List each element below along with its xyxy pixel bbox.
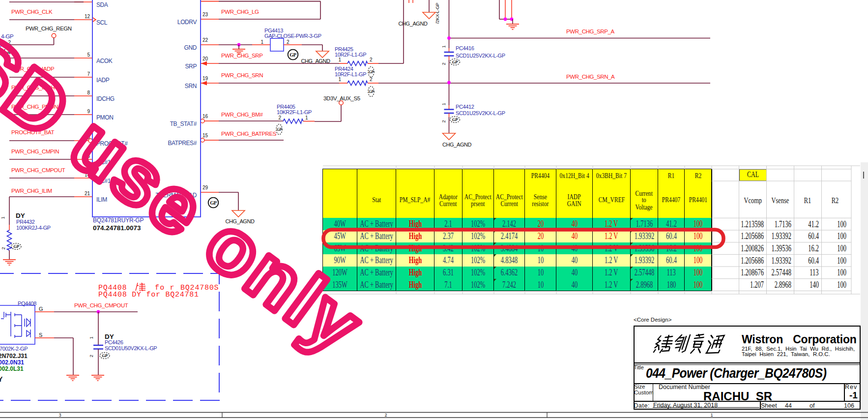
svg-text:3D3V_AUX_S5: 3D3V_AUX_S5 — [323, 95, 360, 101]
svg-text:PC4416: PC4416 — [456, 45, 474, 51]
svg-text:2: 2 — [88, 355, 94, 357]
svg-text:5: 5 — [87, 52, 90, 58]
svg-text:2: 2 — [0, 247, 6, 249]
svg-text:100KR2J-4-GP: 100KR2J-4-GP — [16, 225, 51, 231]
svg-text:2: 2 — [385, 413, 387, 418]
svg-text:16: 16 — [203, 114, 208, 119]
svg-text:GAP-CLOSE-PWR-3-GP: GAP-CLOSE-PWR-3-GP — [264, 33, 321, 39]
svg-text:PWR_CHG_LG: PWR_CHG_LG — [221, 9, 259, 15]
svg-text:GND: GND — [184, 44, 197, 51]
svg-text:22: 22 — [203, 37, 208, 43]
svg-text:PQ4408: PQ4408 — [18, 300, 36, 306]
svg-text:2: 2 — [370, 77, 373, 82]
svg-text:002.0L31: 002.0L31 — [0, 365, 24, 372]
svg-text:2: 2 — [441, 120, 446, 122]
svg-text:SRN: SRN — [185, 83, 197, 90]
svg-text:19: 19 — [203, 76, 208, 81]
svg-text:GP: GP — [452, 60, 458, 64]
svg-text:PWR_CHG_CLK: PWR_CHG_CLK — [11, 9, 53, 15]
svg-text:2: 2 — [370, 57, 373, 62]
svg-text:20: 20 — [203, 56, 208, 61]
svg-text:1: 1 — [88, 336, 94, 339]
svg-text:S: S — [39, 332, 42, 338]
svg-text:PWR_CHG_ILIM: PWR_CHG_ILIM — [11, 188, 52, 194]
svg-text:23: 23 — [203, 12, 208, 17]
svg-text:Y: Y — [0, 375, 3, 383]
svg-text:CHG_AGND: CHG_AGND — [398, 21, 428, 27]
svg-text:1: 1 — [0, 216, 5, 219]
svg-text:1: 1 — [338, 57, 341, 62]
svg-text:12: 12 — [85, 14, 90, 19]
svg-text:1: 1 — [260, 39, 263, 45]
svg-text:SCD1U25V2KX-L-GP: SCD1U25V2KX-L-GP — [456, 53, 505, 59]
svg-text:PWR_CHG_REGN: PWR_CHG_REGN — [26, 26, 72, 31]
svg-text:IADP: IADP — [96, 77, 110, 84]
svg-text:SCL: SCL — [96, 19, 108, 26]
svg-text:PQ4408 DY for BQ24781: PQ4408 DY for BQ24781 — [98, 291, 199, 299]
svg-text:PWR_CHG_BATPRES: PWR_CHG_BATPRES — [221, 131, 277, 137]
svg-text:LODRV: LODRV — [177, 19, 197, 26]
svg-text:1: 1 — [305, 115, 308, 120]
svg-text:GP: GP — [452, 117, 458, 122]
svg-text:PWR_CHG_CMPOUT: PWR_CHG_CMPOUT — [74, 302, 128, 308]
svg-text:PWR_CHG_SRN_A: PWR_CHG_SRN_A — [566, 74, 615, 80]
svg-text:PR4432: PR4432 — [16, 219, 35, 225]
svg-text:GP: GP — [289, 52, 297, 58]
svg-text:2: 2 — [278, 115, 281, 120]
svg-text:1: 1 — [338, 77, 341, 82]
svg-text:BATPRES#: BATPRES# — [168, 140, 197, 147]
svg-text:PC4412: PC4412 — [456, 104, 474, 110]
svg-text:SCD1U25V2KX-L-GP: SCD1U25V2KX-L-GP — [456, 110, 505, 116]
svg-text:7: 7 — [87, 71, 90, 77]
svg-text:GP: GP — [369, 90, 374, 94]
svg-text:PWR_CHG_SRN: PWR_CHG_SRN — [221, 72, 263, 78]
svg-text:/2KX-L-GP: /2KX-L-GP — [434, 3, 440, 24]
svg-text:PWR_CHG_BM#: PWR_CHG_BM# — [221, 112, 263, 118]
svg-text:DY: DY — [16, 212, 25, 219]
svg-text:1: 1 — [711, 413, 713, 418]
svg-text:10KR2F-L1-GP: 10KR2F-L1-GP — [277, 109, 312, 115]
svg-text:1: 1 — [441, 103, 446, 105]
svg-text:G: G — [39, 306, 43, 312]
svg-text:1: 1 — [441, 45, 446, 48]
svg-text:TB_STAT#: TB_STAT# — [170, 120, 197, 127]
svg-text:2: 2 — [287, 39, 289, 45]
svg-text:GP: GP — [277, 127, 282, 132]
svg-text:ACOK: ACOK — [96, 58, 113, 64]
svg-text:PWR_CHG_SRP_A: PWR_CHG_SRP_A — [566, 29, 614, 34]
svg-text:SCD01U50V2KX-L-GP: SCD01U50V2KX-L-GP — [105, 345, 157, 351]
svg-text:PWR_CHG_SRP: PWR_CHG_SRP — [221, 53, 263, 59]
svg-text:3: 3 — [59, 413, 61, 418]
svg-text:SRP: SRP — [185, 63, 197, 70]
svg-text:GP: GP — [14, 244, 20, 249]
svg-text:PC4426: PC4426 — [105, 339, 123, 345]
svg-text:i7002K-2-GP: i7002K-2-GP — [0, 346, 28, 352]
svg-text:CHG_AGND: CHG_AGND — [442, 142, 472, 148]
svg-text:15: 15 — [203, 133, 208, 138]
svg-text:2N702.J31: 2N702.J31 — [0, 353, 28, 360]
svg-text:GP: GP — [369, 70, 374, 74]
svg-text:SDA: SDA — [96, 1, 108, 8]
svg-text:GP: GP — [102, 353, 108, 358]
svg-text:2: 2 — [441, 62, 446, 65]
svg-text:002.0N31: 002.0N31 — [0, 359, 24, 366]
